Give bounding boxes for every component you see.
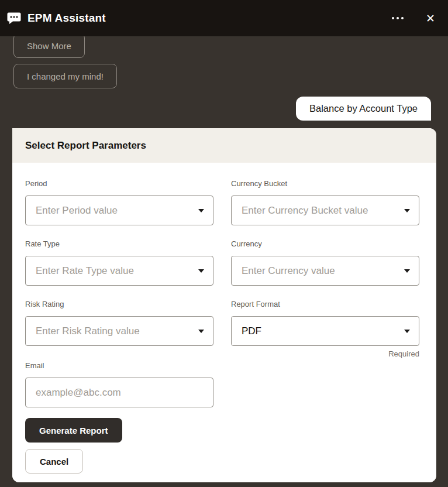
chat-header: EPM Assistant ✕ [0,0,448,36]
chevron-down-icon [198,330,204,333]
form-row-3: Risk Rating Enter Risk Rating value Repo… [25,300,419,358]
show-more-button[interactable]: Show More [13,36,85,58]
app-title: EPM Assistant [27,12,106,25]
currency-bucket-label: Currency Bucket [231,179,419,188]
required-hint: Required [231,349,419,358]
chevron-down-icon [404,269,410,273]
chevron-down-icon [404,209,410,212]
chevron-down-icon [198,269,204,273]
header-actions: ✕ [390,11,437,26]
currency-placeholder: Enter Currency value [242,265,398,277]
generate-report-button[interactable]: Generate Report [25,418,122,443]
risk-rating-field: Risk Rating Enter Risk Rating value [25,300,213,358]
risk-rating-select[interactable]: Enter Risk Rating value [25,316,213,346]
risk-rating-label: Risk Rating [25,300,213,308]
form-row-2: Rate Type Enter Rate Type value Currency… [25,239,419,286]
email-input[interactable] [25,378,213,407]
report-format-field: Report Format PDF Required [231,300,419,358]
email-label: Email [25,361,213,370]
period-field: Period Enter Period value [25,179,213,225]
user-message-bubble: Balance by Account Type [296,97,431,121]
currency-field: Currency Enter Currency value [231,239,419,286]
user-message-row: Balance by Account Type [0,97,431,121]
report-format-select[interactable]: PDF [231,316,419,346]
report-format-label: Report Format [231,300,419,308]
chevron-down-icon [404,330,410,333]
overflow-menu-icon[interactable] [390,15,406,22]
chat-bubble-icon [7,12,21,24]
rate-type-placeholder: Enter Rate Type value [36,265,192,277]
rate-type-select[interactable]: Enter Rate Type value [25,256,213,286]
currency-bucket-select[interactable]: Enter Currency Bucket value [231,196,419,225]
period-select[interactable]: Enter Period value [25,196,213,225]
report-parameters-card: Select Report Parameters Period Enter Pe… [12,128,436,482]
currency-select[interactable]: Enter Currency value [231,256,419,286]
currency-label: Currency [231,239,419,248]
currency-bucket-placeholder: Enter Currency Bucket value [242,205,398,217]
dot [401,17,404,19]
rate-type-field: Rate Type Enter Rate Type value [25,239,213,286]
card-body: Period Enter Period value Currency Bucke… [12,163,436,482]
chat-area: Show More I changed my mind! Balance by … [0,36,448,482]
cancel-button[interactable]: Cancel [25,449,83,474]
email-field-wrap: Email [25,361,213,407]
clipped-button-wrap: Show More [13,36,130,58]
chevron-down-icon [198,209,204,212]
changed-mind-button[interactable]: I changed my mind! [13,64,117,88]
dot [392,17,394,19]
period-label: Period [25,179,213,188]
dot [397,17,399,19]
report-format-value: PDF [242,325,398,337]
period-placeholder: Enter Period value [36,205,192,217]
risk-rating-placeholder: Enter Risk Rating value [36,325,192,337]
card-title: Select Report Parameters [12,128,436,163]
form-row-1: Period Enter Period value Currency Bucke… [25,179,419,225]
rate-type-label: Rate Type [25,239,213,248]
epm-assistant-window: EPM Assistant ✕ Show More I changed my m… [0,0,448,487]
close-icon[interactable]: ✕ [423,11,437,26]
currency-bucket-field: Currency Bucket Enter Currency Bucket va… [231,179,419,225]
